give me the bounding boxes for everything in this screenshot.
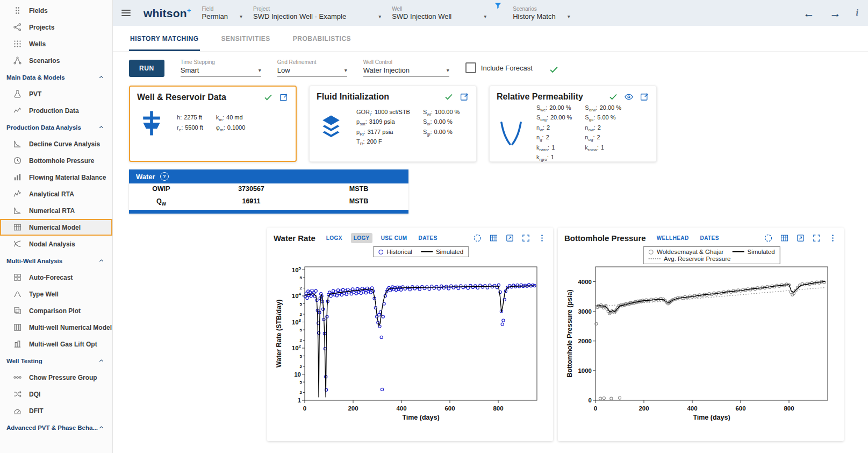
fullscreen-icon[interactable] — [521, 233, 530, 243]
kebab-menu-icon[interactable] — [537, 233, 547, 243]
dates-button[interactable]: DATES — [698, 233, 722, 243]
whitson-logo[interactable]: whitson+ — [144, 6, 191, 20]
sidebar-item-label: Bottomhole Pressure — [29, 157, 94, 165]
sidebar-item-decline-curve-analysis[interactable]: Decline Curve Analysis — [0, 136, 112, 152]
edit-icon[interactable] — [279, 93, 289, 102]
sidebar-header-production-data-analysis[interactable]: Production Data Analysis — [0, 119, 112, 136]
sidebar-item-wells[interactable]: Wells — [0, 36, 112, 52]
stat-row: krocw1 — [585, 144, 621, 153]
edit-icon[interactable] — [640, 92, 649, 102]
sidebar-item-production-data[interactable]: Production Data — [0, 102, 112, 119]
sidebar-item-nodal-analysis[interactable]: Nodal Analysis — [0, 236, 112, 252]
field-selector[interactable]: Field Permian▾ — [202, 6, 242, 20]
cross-curves-icon — [13, 239, 22, 249]
stat-row: φm0.1000 — [216, 124, 246, 133]
sidebar-item-fields[interactable]: Fields — [0, 2, 112, 19]
filter-funnel-icon[interactable] — [494, 2, 502, 12]
caret-down-icon: ▾ — [240, 13, 242, 19]
sidebar-header-multi-well-analysis[interactable]: Multi-Well Analysis — [0, 252, 112, 269]
sidebar-item-dfit[interactable]: DFIT — [0, 402, 112, 419]
sidebar-item-bottomhole-pressure[interactable]: Bottomhole Pressure — [0, 152, 112, 169]
shuffle-icon — [13, 390, 22, 399]
svg-text:0: 0 — [589, 397, 592, 404]
stat-row: Swi100.00 % — [423, 108, 460, 117]
sidebar-item-scenarios[interactable]: Scenarios — [0, 52, 112, 69]
relative-permeability-card[interactable]: Relative Permeability Swc20.00 % Sorg20.… — [489, 86, 657, 162]
sidebar-item-comparison-plot[interactable]: Comparison Plot — [0, 302, 112, 319]
sidebar-item-flowing-material-balance[interactable]: Flowing Material Balance — [0, 169, 112, 186]
help-icon[interactable]: ? — [160, 172, 169, 181]
sidebar-item-numerical-model[interactable]: Numerical Model — [0, 219, 112, 236]
bottomhole-pressure-chart[interactable]: 0200400600800Time (days)0100020003000400… — [564, 245, 836, 426]
export-plot-icon[interactable] — [505, 233, 514, 243]
svg-text:Time (days): Time (days) — [693, 414, 730, 421]
sidebar-item-pvt[interactable]: PVT — [0, 86, 112, 102]
sidebar-header-advanced-pvt[interactable]: Advanced PVT & Phase Beha... — [0, 419, 112, 436]
export-plot-icon[interactable] — [796, 233, 805, 243]
scenarios-selector[interactable]: Scenarios History Match▾ — [513, 6, 570, 20]
project-selector[interactable]: Project SWD Injection Well - Example▾ — [253, 6, 381, 20]
logy-button[interactable]: LOGY — [351, 233, 372, 243]
kebab-menu-icon[interactable] — [828, 233, 837, 243]
back-arrow-icon[interactable]: ← — [804, 8, 815, 19]
autoscale-icon[interactable] — [473, 233, 482, 243]
dates-button[interactable]: DATES — [416, 233, 440, 243]
run-button[interactable]: RUN — [129, 60, 164, 77]
svg-text:200: 200 — [348, 405, 358, 412]
water-rate-chart[interactable]: 0200400600800Time (days)1251025102251032… — [274, 245, 546, 426]
sidebar-item-type-well[interactable]: Type Well — [0, 286, 112, 302]
forward-arrow-icon[interactable]: → — [830, 8, 841, 19]
logx-button[interactable]: LOGX — [324, 233, 345, 243]
well-reservoir-data-card[interactable]: Well & Reservoir Data h2275 ft re5500 ft… — [129, 86, 297, 162]
clock-icon — [13, 156, 22, 165]
grid-icon — [13, 273, 22, 282]
sidebar-header-main-data-models[interactable]: Main Data & Models — [0, 69, 112, 86]
bell-curve-icon — [13, 289, 22, 299]
sidebar-header-label: Main Data & Models — [6, 74, 65, 81]
svg-text:Water Rate (STB/day): Water Rate (STB/day) — [275, 300, 283, 368]
rel-perm-curves-icon — [497, 119, 526, 148]
fluid-initialization-card[interactable]: Fluid Initialization GORi1000 scf/STB ps… — [309, 86, 477, 162]
tab-probabilistics[interactable]: PROBABILISTICS — [292, 26, 352, 51]
sidebar-item-multi-well-numerical-model[interactable]: Multi-well Numerical Model — [0, 319, 112, 336]
grid-refinement-dropdown[interactable]: Grid Refinement Low▾ — [277, 59, 347, 77]
caret-down-icon: ▾ — [378, 13, 381, 19]
stat-row: h2275 ft — [177, 114, 203, 123]
svg-text:5: 5 — [300, 302, 303, 307]
autoscale-icon[interactable] — [764, 233, 773, 243]
wellhead-button[interactable]: WELLHEAD — [654, 233, 692, 243]
sidebar-item-chow-pressure-group[interactable]: Chow Pressure Group — [0, 369, 112, 386]
svg-text:1000: 1000 — [578, 367, 592, 374]
time-stepping-value: Smart — [181, 66, 199, 74]
use-cum-button[interactable]: USE CUM — [378, 233, 410, 243]
eye-icon[interactable] — [624, 92, 634, 102]
svg-text:3000: 3000 — [578, 308, 592, 315]
table-view-icon[interactable] — [489, 233, 498, 243]
sidebar-item-analytical-rta[interactable]: Analytical RTA — [0, 186, 112, 202]
controls-row: RUN Time Stepping Smart▾ Grid Refinement… — [113, 52, 868, 81]
well-control-dropdown[interactable]: Well Control Water Injection▾ — [363, 59, 449, 77]
sidebar-item-projects[interactable]: Projects — [0, 19, 112, 36]
columns-icon — [13, 323, 22, 332]
include-forecast-label: Include Forecast — [481, 64, 533, 72]
tab-history-matching[interactable]: HISTORY MATCHING — [129, 26, 200, 51]
info-icon[interactable]: i — [856, 8, 858, 18]
svg-text:103: 103 — [292, 318, 302, 325]
fullscreen-icon[interactable] — [812, 233, 821, 243]
edit-icon[interactable] — [460, 92, 469, 102]
tab-sensitivities[interactable]: SENSITIVITIES — [220, 26, 271, 51]
sidebar-item-dqi[interactable]: DQI — [0, 386, 112, 402]
hamburger-menu-icon[interactable] — [119, 8, 133, 18]
svg-text:5: 5 — [300, 380, 303, 385]
sidebar-item-multi-well-gas-lift-opt[interactable]: Multi-well Gas Lift Opt — [0, 336, 112, 352]
overlap-squares-icon — [13, 306, 22, 315]
include-forecast-checkbox[interactable] — [465, 62, 476, 73]
table-view-icon[interactable] — [780, 233, 789, 243]
sidebar-item-auto-forecast[interactable]: Auto-Forecast — [0, 269, 112, 286]
table-scrollbar[interactable] — [129, 210, 408, 214]
sidebar: Fields Projects Wells Scenarios Main Dat… — [0, 0, 113, 453]
sidebar-item-numerical-rta[interactable]: Numerical RTA — [0, 202, 112, 219]
time-stepping-dropdown[interactable]: Time Stepping Smart▾ — [181, 59, 261, 77]
well-selector[interactable]: Well SWD Injection Well▾ — [392, 6, 486, 20]
sidebar-header-well-testing[interactable]: Well Testing — [0, 352, 112, 369]
